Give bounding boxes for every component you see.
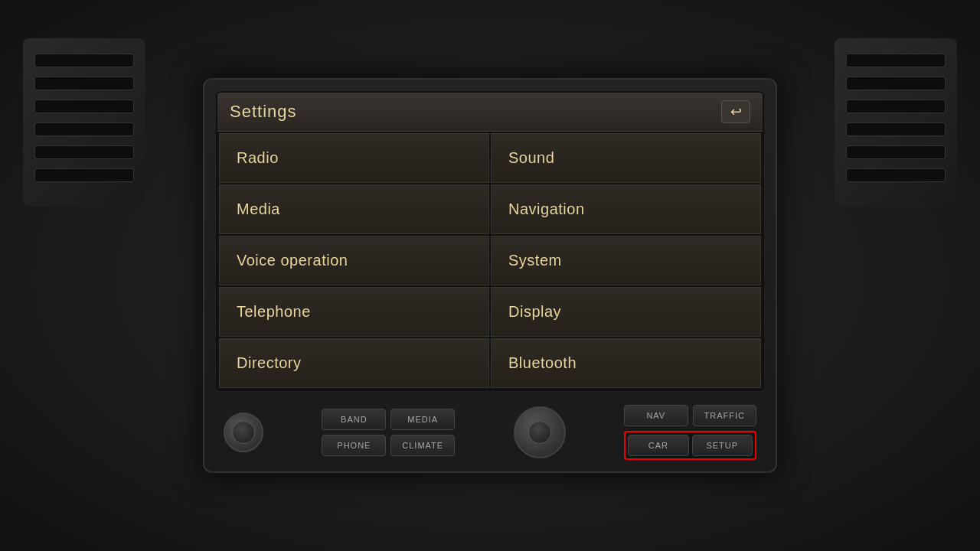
left-button-group: BAND MEDIA PHONE CLIMATE — [322, 409, 455, 456]
power-knob[interactable] — [224, 412, 263, 452]
car-button[interactable]: CAR — [628, 435, 688, 456]
infotainment-screen: Settings ↩ Radio Sound Media Navigat — [216, 91, 764, 391]
screen-header: Settings ↩ — [217, 93, 763, 132]
menu-item-sound[interactable]: Sound — [491, 133, 761, 183]
right-button-group: NAV TRAFFIC CAR SETUP — [624, 405, 756, 460]
menu-item-media[interactable]: Media — [219, 184, 489, 234]
hardware-controls: BAND MEDIA PHONE CLIMATE NAV TRAFFIC CAR — [216, 405, 764, 460]
settings-menu-grid: Radio Sound Media Navigation Voice opera… — [217, 132, 763, 390]
left-vent — [23, 38, 145, 207]
media-button[interactable]: MEDIA — [390, 409, 455, 430]
menu-item-navigation[interactable]: Navigation — [491, 184, 761, 234]
car-setup-highlight: CAR SETUP — [624, 431, 756, 460]
setup-button[interactable]: SETUP — [692, 435, 753, 456]
menu-item-bluetooth[interactable]: Bluetooth — [491, 338, 761, 388]
right-vent — [835, 38, 957, 207]
climate-button[interactable]: CLIMATE — [390, 435, 455, 456]
traffic-button[interactable]: TRAFFIC — [693, 405, 756, 426]
menu-item-directory[interactable]: Directory — [219, 338, 489, 388]
center-knob[interactable] — [514, 406, 566, 458]
back-button[interactable]: ↩ — [721, 100, 750, 123]
phone-button[interactable]: PHONE — [322, 435, 386, 456]
center-knob-inner — [528, 421, 551, 444]
band-button[interactable]: BAND — [322, 409, 386, 430]
power-knob-inner — [232, 421, 255, 444]
menu-item-radio[interactable]: Radio — [219, 133, 489, 183]
menu-item-telephone[interactable]: Telephone — [219, 287, 489, 337]
infotainment-unit: Settings ↩ Radio Sound Media Navigat — [203, 78, 777, 473]
back-arrow-icon: ↩ — [730, 103, 742, 120]
car-panel: Settings ↩ Radio Sound Media Navigat — [0, 0, 980, 551]
screen-title: Settings — [230, 102, 297, 122]
menu-item-voice[interactable]: Voice operation — [219, 236, 489, 285]
menu-item-system[interactable]: System — [491, 236, 761, 285]
nav-button[interactable]: NAV — [624, 405, 688, 426]
menu-item-display[interactable]: Display — [491, 287, 761, 337]
